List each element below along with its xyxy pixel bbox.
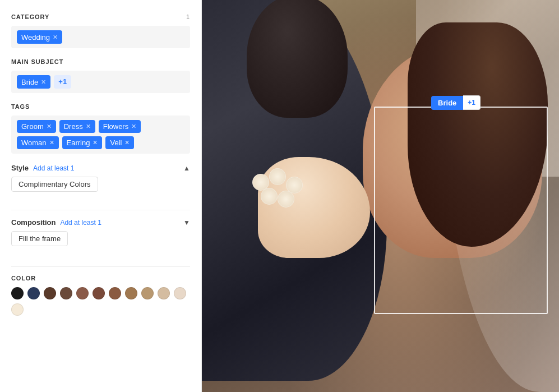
category-header: CATEGORY 1 bbox=[11, 13, 190, 20]
composition-add-hint[interactable]: Add at least 1 bbox=[60, 219, 101, 227]
composition-arrow[interactable]: ▼ bbox=[183, 219, 190, 227]
style-chip-complimentary[interactable]: Complimentary Colors bbox=[11, 177, 98, 192]
bride-plus-tag[interactable]: +1 bbox=[463, 95, 481, 110]
left-panel: CATEGORY 1 Wedding ✕ MAIN SUBJECT Bride … bbox=[0, 0, 202, 392]
tag-earring-text: Earring bbox=[67, 139, 90, 147]
color-swatch-8[interactable] bbox=[141, 287, 154, 299]
flower-dot-4 bbox=[261, 188, 278, 205]
composition-label: Composition bbox=[11, 218, 56, 227]
tag-dress-remove[interactable]: ✕ bbox=[86, 123, 91, 130]
color-swatch-4[interactable] bbox=[76, 287, 89, 299]
color-swatches bbox=[11, 287, 190, 316]
color-swatch-10[interactable] bbox=[174, 287, 186, 299]
color-swatch-1[interactable] bbox=[27, 287, 40, 299]
category-label: CATEGORY bbox=[11, 13, 49, 20]
composition-chip-fill[interactable]: Fill the frame bbox=[11, 231, 68, 246]
color-section-label: Color bbox=[11, 275, 190, 282]
tag-groom-text: Groom bbox=[21, 122, 44, 131]
style-label: Style bbox=[11, 164, 29, 172]
divider-1 bbox=[11, 210, 190, 210]
tag-groom[interactable]: Groom ✕ bbox=[17, 120, 56, 133]
main-subject-header: MAIN SUBJECT bbox=[11, 58, 190, 65]
tags-box: Groom ✕ Dress ✕ Flowers ✕ Woman ✕ Earrin… bbox=[11, 116, 190, 154]
flower-dot-2 bbox=[269, 168, 286, 185]
photo-scene: Bride +1 bbox=[202, 0, 559, 392]
category-tags-box: Wedding ✕ bbox=[11, 26, 190, 48]
color-swatch-2[interactable] bbox=[44, 287, 56, 299]
main-subject-tag-bride-remove[interactable]: ✕ bbox=[41, 79, 46, 86]
tag-veil-text: Veil bbox=[110, 139, 122, 147]
flower-dot-5 bbox=[278, 191, 294, 207]
color-swatch-9[interactable] bbox=[158, 287, 170, 299]
tag-woman[interactable]: Woman ✕ bbox=[17, 136, 59, 149]
main-subject-tag-bride-text: Bride bbox=[21, 78, 38, 86]
color-swatch-0[interactable] bbox=[11, 287, 24, 299]
tag-earring[interactable]: Earring ✕ bbox=[62, 136, 103, 149]
flower-dots bbox=[247, 168, 314, 224]
tag-dress-text: Dress bbox=[64, 122, 83, 131]
tag-earring-remove[interactable]: ✕ bbox=[93, 139, 98, 146]
main-subject-label: MAIN SUBJECT bbox=[11, 58, 63, 65]
tag-dress[interactable]: Dress ✕ bbox=[59, 120, 95, 133]
color-swatch-6[interactable] bbox=[109, 287, 121, 299]
right-panel: Bride +1 bbox=[202, 0, 559, 392]
main-subject-tags-box: Bride ✕ +1 bbox=[11, 71, 190, 93]
tag-flowers-text: Flowers bbox=[103, 122, 129, 131]
tag-groom-remove[interactable]: ✕ bbox=[47, 123, 52, 130]
color-swatch-11[interactable] bbox=[11, 303, 24, 316]
color-swatch-7[interactable] bbox=[125, 287, 137, 299]
style-section-header: Style Add at least 1 ▲ bbox=[11, 164, 190, 172]
divider-2 bbox=[11, 266, 190, 267]
color-swatch-3[interactable] bbox=[60, 287, 72, 299]
tag-woman-remove[interactable]: ✕ bbox=[49, 139, 54, 146]
bride-label-group: Bride +1 bbox=[431, 95, 481, 110]
tags-label: TAGS bbox=[11, 103, 30, 110]
tags-header: TAGS bbox=[11, 103, 190, 110]
bride-tag[interactable]: Bride bbox=[431, 96, 463, 110]
main-subject-extra[interactable]: +1 bbox=[54, 75, 71, 89]
composition-section-header: Composition Add at least 1 ▼ bbox=[11, 218, 190, 227]
tag-veil-remove[interactable]: ✕ bbox=[124, 139, 130, 146]
main-subject-tag-bride[interactable]: Bride ✕ bbox=[17, 75, 50, 89]
groom-head bbox=[247, 0, 348, 118]
tag-flowers-remove[interactable]: ✕ bbox=[131, 123, 136, 130]
category-tag-wedding[interactable]: Wedding ✕ bbox=[17, 30, 62, 44]
selection-box bbox=[374, 107, 548, 314]
style-arrow[interactable]: ▲ bbox=[183, 164, 190, 172]
tag-flowers[interactable]: Flowers ✕ bbox=[99, 120, 141, 133]
style-add-hint[interactable]: Add at least 1 bbox=[33, 164, 74, 172]
category-tag-wedding-text: Wedding bbox=[21, 33, 50, 41]
category-tag-wedding-remove[interactable]: ✕ bbox=[53, 34, 58, 41]
tag-woman-text: Woman bbox=[21, 139, 47, 147]
category-count: 1 bbox=[186, 13, 190, 20]
tag-veil[interactable]: Veil ✕ bbox=[105, 136, 134, 149]
color-swatch-5[interactable] bbox=[93, 287, 105, 299]
